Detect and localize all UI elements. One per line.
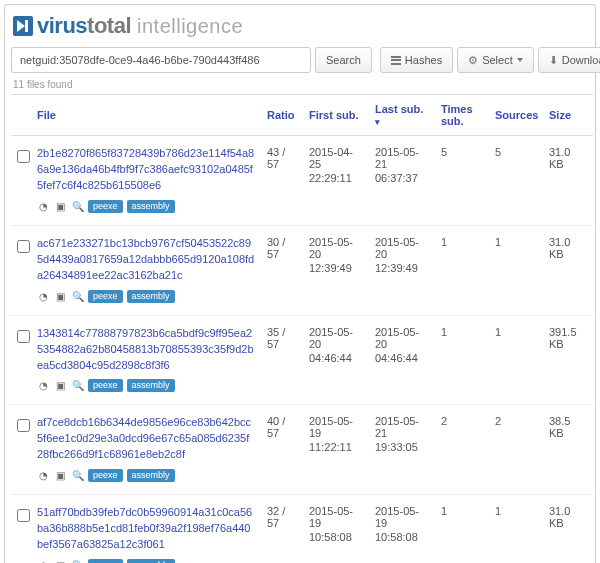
- table-row: af7ce8dcb16b6344de9856e96ce83b642bcc5f6e…: [11, 405, 593, 495]
- col-times-sub[interactable]: Times sub.: [435, 95, 489, 136]
- virustotal-logo-icon: [13, 16, 33, 36]
- file-hash-link[interactable]: af7ce8dcb16b6344de9856e96ce83b642bcc5f6e…: [37, 415, 255, 463]
- tag-peexe[interactable]: peexe: [88, 290, 123, 303]
- header-logo: virustotal intelligence: [11, 11, 589, 47]
- table-row: 51aff70bdb39feb7dc0b59960914a31c0ca56ba3…: [11, 495, 593, 563]
- search-input[interactable]: [11, 47, 311, 73]
- sources-cell: 2: [489, 405, 543, 495]
- info-icon[interactable]: ▣: [54, 469, 67, 482]
- clock-icon[interactable]: ◔: [37, 469, 50, 482]
- file-hash-link[interactable]: 1343814c77888797823b6ca5bdf9c9ff95ea2535…: [37, 326, 255, 374]
- tag-assembly[interactable]: assembly: [127, 379, 175, 392]
- table-row: 2b1e8270f865f83728439b786d23e114f54a86a9…: [11, 136, 593, 226]
- times-sub-cell: 1: [435, 315, 489, 405]
- ratio-cell: 30 / 57: [261, 225, 303, 315]
- ratio-cell: 43 / 57: [261, 136, 303, 226]
- col-last-sub[interactable]: Last sub. ▾: [369, 95, 435, 136]
- tag-assembly[interactable]: assembly: [127, 559, 175, 563]
- info-icon[interactable]: ▣: [54, 559, 67, 563]
- row-checkbox[interactable]: [17, 419, 30, 432]
- file-hash-link[interactable]: 2b1e8270f865f83728439b786d23e114f54a86a9…: [37, 146, 255, 194]
- size-cell: 38.5 KB: [543, 405, 593, 495]
- search-icon[interactable]: 🔍: [71, 469, 84, 482]
- hashes-label: Hashes: [405, 54, 442, 66]
- clock-icon[interactable]: ◔: [37, 559, 50, 563]
- search-icon[interactable]: 🔍: [71, 559, 84, 563]
- size-cell: 31.0 KB: [543, 136, 593, 226]
- tag-peexe[interactable]: peexe: [88, 559, 123, 563]
- tag-assembly[interactable]: assembly: [127, 290, 175, 303]
- file-hash-link[interactable]: ac671e233271bc13bcb9767cf50453522c895d44…: [37, 236, 255, 284]
- logo-total-text: total: [87, 13, 131, 39]
- first-sub-cell: 2015-05-1911:22:11: [303, 405, 369, 495]
- search-icon[interactable]: 🔍: [71, 290, 84, 303]
- info-icon[interactable]: ▣: [54, 290, 67, 303]
- results-table: File Ratio First sub. Last sub. ▾ Times …: [11, 94, 593, 563]
- select-label: Select: [482, 54, 513, 66]
- row-checkbox[interactable]: [17, 150, 30, 163]
- search-icon[interactable]: 🔍: [71, 379, 84, 392]
- clock-icon[interactable]: ◔: [37, 290, 50, 303]
- logo-intelligence-text: intelligence: [137, 15, 243, 38]
- table-row: 1343814c77888797823b6ca5bdf9c9ff95ea2535…: [11, 315, 593, 405]
- logo-virus-text: virus: [37, 13, 87, 39]
- last-sub-cell: 2015-05-2106:37:37: [369, 136, 435, 226]
- gear-icon: ⚙: [468, 54, 478, 67]
- info-icon[interactable]: ▣: [54, 200, 67, 213]
- chevron-down-icon: [517, 58, 523, 62]
- first-sub-cell: 2015-05-2004:46:44: [303, 315, 369, 405]
- times-sub-cell: 2: [435, 405, 489, 495]
- tag-assembly[interactable]: assembly: [127, 469, 175, 482]
- col-first-sub[interactable]: First sub.: [303, 95, 369, 136]
- col-ratio[interactable]: Ratio: [261, 95, 303, 136]
- download-dropdown[interactable]: ⬇ Download: [538, 47, 600, 73]
- search-icon[interactable]: 🔍: [71, 200, 84, 213]
- sources-cell: 5: [489, 136, 543, 226]
- download-label: Download: [562, 54, 600, 66]
- tag-peexe[interactable]: peexe: [88, 200, 123, 213]
- first-sub-cell: 2015-05-2012:39:49: [303, 225, 369, 315]
- search-button[interactable]: Search: [315, 47, 372, 73]
- sort-desc-icon: ▾: [375, 117, 380, 127]
- clock-icon[interactable]: ◔: [37, 379, 50, 392]
- last-sub-cell: 2015-05-1910:58:08: [369, 495, 435, 563]
- row-checkbox[interactable]: [17, 330, 30, 343]
- download-icon: ⬇: [549, 54, 558, 67]
- svg-rect-1: [25, 20, 28, 32]
- list-icon: [391, 56, 401, 65]
- table-row: ac671e233271bc13bcb9767cf50453522c895d44…: [11, 225, 593, 315]
- clock-icon[interactable]: ◔: [37, 200, 50, 213]
- last-sub-cell: 2015-05-2119:33:05: [369, 405, 435, 495]
- svg-marker-0: [17, 20, 25, 32]
- file-hash-link[interactable]: 51aff70bdb39feb7dc0b59960914a31c0ca56ba3…: [37, 505, 255, 553]
- times-sub-cell: 1: [435, 495, 489, 563]
- sources-cell: 1: [489, 225, 543, 315]
- tag-peexe[interactable]: peexe: [88, 469, 123, 482]
- size-cell: 31.0 KB: [543, 495, 593, 563]
- first-sub-cell: 2015-05-1910:58:08: [303, 495, 369, 563]
- col-file[interactable]: File: [31, 95, 261, 136]
- row-checkbox[interactable]: [17, 509, 30, 522]
- last-sub-cell: 2015-05-2012:39:49: [369, 225, 435, 315]
- size-cell: 31.0 KB: [543, 225, 593, 315]
- times-sub-cell: 1: [435, 225, 489, 315]
- row-checkbox[interactable]: [17, 240, 30, 253]
- col-sources[interactable]: Sources: [489, 95, 543, 136]
- info-icon[interactable]: ▣: [54, 379, 67, 392]
- ratio-cell: 40 / 57: [261, 405, 303, 495]
- tag-assembly[interactable]: assembly: [127, 200, 175, 213]
- sources-cell: 1: [489, 495, 543, 563]
- first-sub-cell: 2015-04-2522:29:11: [303, 136, 369, 226]
- sources-cell: 1: [489, 315, 543, 405]
- last-sub-cell: 2015-05-2004:46:44: [369, 315, 435, 405]
- col-size[interactable]: Size: [543, 95, 593, 136]
- ratio-cell: 35 / 57: [261, 315, 303, 405]
- select-dropdown[interactable]: ⚙ Select: [457, 47, 534, 73]
- times-sub-cell: 5: [435, 136, 489, 226]
- size-cell: 391.5 KB: [543, 315, 593, 405]
- col-checkbox: [11, 95, 31, 136]
- ratio-cell: 32 / 57: [261, 495, 303, 563]
- tag-peexe[interactable]: peexe: [88, 379, 123, 392]
- hashes-button[interactable]: Hashes: [380, 47, 453, 73]
- results-count: 11 files found: [13, 79, 589, 90]
